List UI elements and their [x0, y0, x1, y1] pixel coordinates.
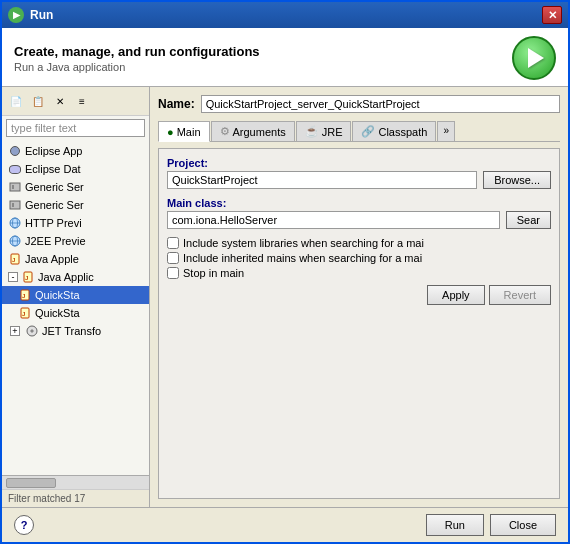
config-tree: Eclipse App Eclipse Dat Generic Ser — [2, 140, 149, 475]
include-inherited-label: Include inherited mains when searching f… — [183, 252, 422, 264]
name-input[interactable] — [201, 95, 560, 113]
name-label: Name: — [158, 97, 195, 111]
java-apple-icon: J — [8, 252, 22, 266]
generic-ser1-icon — [8, 180, 22, 194]
tree-item-eclipse-app[interactable]: Eclipse App — [2, 142, 149, 160]
expand-java-applic-icon[interactable]: - — [8, 272, 18, 282]
main-class-input[interactable] — [167, 211, 500, 229]
delete-config-button[interactable]: ✕ — [50, 91, 70, 111]
svg-rect-3 — [12, 203, 14, 207]
browse-button[interactable]: Browse... — [483, 171, 551, 189]
generic-ser2-icon — [8, 198, 22, 212]
http-prev-icon — [8, 216, 22, 230]
window-icon: ▶ — [8, 7, 24, 23]
new-config-button[interactable]: 📄 — [6, 91, 26, 111]
tab-jre[interactable]: ☕ JRE — [296, 121, 352, 141]
tab-main[interactable]: ● Main — [158, 121, 210, 142]
java-applic-icon: J — [21, 270, 35, 284]
help-button[interactable]: ? — [14, 515, 34, 535]
include-system-label: Include system libraries when searching … — [183, 237, 424, 249]
svg-text:J: J — [25, 275, 28, 281]
filter-input[interactable] — [6, 119, 145, 137]
svg-rect-2 — [10, 201, 20, 209]
quickstart1-icon: J — [18, 288, 32, 302]
tab-main-icon: ● — [167, 126, 174, 138]
tree-item-jet-transf[interactable]: + JET Transfo — [2, 322, 149, 340]
tab-arguments-icon: ⚙ — [220, 125, 230, 138]
tab-classpath-icon: 🔗 — [361, 125, 375, 138]
scrollbar-thumb[interactable] — [6, 478, 56, 488]
project-input[interactable] — [167, 171, 477, 189]
filter-status: Filter matched 17 — [2, 489, 149, 507]
tabs-bar: ● Main ⚙ Arguments ☕ JRE 🔗 Classpath » — [158, 121, 560, 142]
tab-arguments-label: Arguments — [233, 126, 286, 138]
quickstart2-icon: J — [18, 306, 32, 320]
window-title: Run — [30, 8, 53, 22]
run-icon-button[interactable] — [512, 36, 556, 80]
tree-item-j2ee-prev[interactable]: J2EE Previe — [2, 232, 149, 250]
tab-jre-icon: ☕ — [305, 125, 319, 138]
eclipse-app-icon — [8, 144, 22, 158]
j2ee-prev-icon — [8, 234, 22, 248]
tab-jre-label: JRE — [322, 126, 343, 138]
tab-main-label: Main — [177, 126, 201, 138]
tree-item-quickstart1[interactable]: J QuickSta — [2, 286, 149, 304]
svg-text:J: J — [12, 257, 15, 263]
footer-run-button[interactable]: Run — [426, 514, 484, 536]
search-button[interactable]: Sear — [506, 211, 551, 229]
tab-arguments[interactable]: ⚙ Arguments — [211, 121, 295, 141]
header-subtitle: Run a Java application — [14, 61, 260, 73]
header-title: Create, manage, and run configurations — [14, 44, 260, 59]
form-action-buttons: Apply Revert — [167, 285, 551, 305]
copy-config-button[interactable]: 📋 — [28, 91, 48, 111]
apply-button[interactable]: Apply — [427, 285, 485, 305]
include-inherited-checkbox[interactable] — [167, 252, 179, 264]
run-dialog: ▶ Run ✕ Create, manage, and run configur… — [0, 0, 570, 544]
tab-classpath-label: Classpath — [378, 126, 427, 138]
tree-item-quickstart2[interactable]: J QuickSta — [2, 304, 149, 322]
project-group: Project: Browse... — [167, 157, 551, 189]
footer: ? Run Close — [2, 507, 568, 542]
filter-config-button[interactable]: ≡ — [72, 91, 92, 111]
tree-item-eclipse-dat[interactable]: Eclipse Dat — [2, 160, 149, 178]
stop-in-main-label: Stop in main — [183, 267, 244, 279]
left-panel: 📄 📋 ✕ ≡ Eclipse App Eclipse Dat — [2, 87, 150, 507]
horizontal-scrollbar[interactable] — [2, 475, 149, 489]
svg-text:J: J — [22, 311, 25, 317]
include-system-checkbox[interactable] — [167, 237, 179, 249]
tree-item-generic-ser1[interactable]: Generic Ser — [2, 178, 149, 196]
tab-main-content: Project: Browse... Main class: Sear I — [158, 148, 560, 499]
eclipse-dat-icon — [8, 162, 22, 176]
tree-item-java-apple[interactable]: J Java Apple — [2, 250, 149, 268]
project-label: Project: — [167, 157, 551, 169]
jet-transf-icon — [25, 324, 39, 338]
left-toolbar: 📄 📋 ✕ ≡ — [2, 87, 149, 116]
jet-transf-expand-icon[interactable]: + — [8, 324, 22, 338]
header-area: Create, manage, and run configurations R… — [2, 28, 568, 87]
window-close-button[interactable]: ✕ — [542, 6, 562, 24]
name-row: Name: — [158, 95, 560, 113]
footer-close-button[interactable]: Close — [490, 514, 556, 536]
play-icon — [528, 48, 544, 68]
tab-more[interactable]: » — [437, 121, 455, 141]
svg-rect-0 — [10, 183, 20, 191]
main-class-label: Main class: — [167, 197, 551, 209]
tree-item-java-applic[interactable]: - J Java Applic — [2, 268, 149, 286]
svg-rect-1 — [12, 185, 14, 189]
tree-item-http-prev[interactable]: HTTP Previ — [2, 214, 149, 232]
main-class-group: Main class: Sear — [167, 197, 551, 229]
svg-text:J: J — [22, 293, 25, 299]
right-panel: Name: ● Main ⚙ Arguments ☕ JRE 🔗 — [150, 87, 568, 507]
title-bar: ▶ Run ✕ — [2, 2, 568, 28]
checkbox-stop-in-main: Stop in main — [167, 267, 551, 279]
revert-button[interactable]: Revert — [489, 285, 551, 305]
checkbox-include-inherited: Include inherited mains when searching f… — [167, 252, 551, 264]
stop-in-main-checkbox[interactable] — [167, 267, 179, 279]
content-area: 📄 📋 ✕ ≡ Eclipse App Eclipse Dat — [2, 87, 568, 507]
tree-item-generic-ser2[interactable]: Generic Ser — [2, 196, 149, 214]
checkbox-include-system: Include system libraries when searching … — [167, 237, 551, 249]
tab-classpath[interactable]: 🔗 Classpath — [352, 121, 436, 141]
